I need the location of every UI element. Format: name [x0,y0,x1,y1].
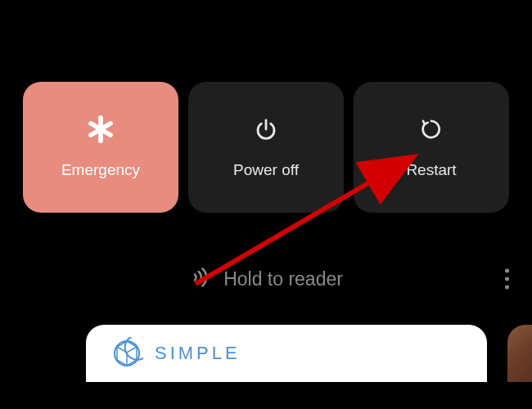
power-menu: Emergency Power off Restart [0,0,532,213]
power-off-label: Power off [233,161,299,179]
asterisk-icon [87,115,115,143]
power-icon [252,115,280,143]
secondary-card[interactable] [507,325,532,382]
emergency-button[interactable]: Emergency [23,82,178,213]
nfc-waves-icon [189,266,212,292]
simple-payment-card[interactable]: SIMPLE [86,325,487,382]
simple-logo-icon [110,337,143,370]
overflow-menu-button[interactable] [505,269,509,290]
payment-cards-area: SIMPLE [0,325,532,382]
simple-brand-text: SIMPLE [155,343,241,364]
restart-button[interactable]: Restart [354,82,509,213]
nfc-reader-section: Hold to reader [0,266,532,292]
restart-label: Restart [406,161,456,179]
restart-icon [417,115,445,143]
nfc-hold-text: Hold to reader [223,268,343,290]
power-off-button[interactable]: Power off [188,82,344,213]
emergency-label: Emergency [61,161,140,179]
